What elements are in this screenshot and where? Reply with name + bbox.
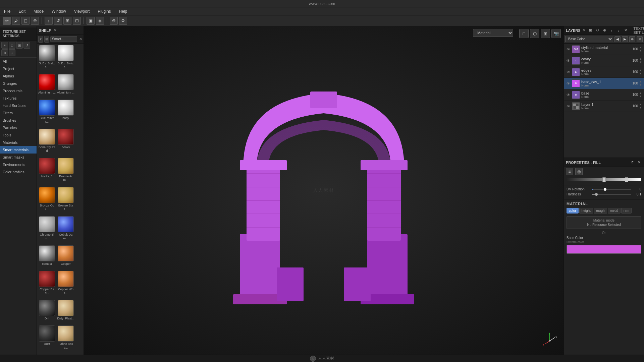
- shelf-item-19[interactable]: Dirty_Plast...: [57, 300, 74, 324]
- layers-icon-1[interactable]: ⊞: [588, 27, 594, 34]
- nav-brushes[interactable]: Brushes: [0, 117, 37, 124]
- layer-arrow-down-base-cav[interactable]: ▼: [639, 83, 642, 86]
- nav-environments[interactable]: Environments: [0, 161, 37, 168]
- shelf-item-12[interactable]: Chrome Blu...: [38, 216, 56, 244]
- shelf-item-10[interactable]: Bronze Cor...: [38, 187, 56, 215]
- shelf-item-9[interactable]: Bronze Arm...: [57, 158, 74, 186]
- nav-procedurals[interactable]: Procedurals: [0, 87, 37, 95]
- shelf-filter-icon[interactable]: ▾: [38, 36, 43, 43]
- gradient-thumb[interactable]: [602, 177, 606, 182]
- layer-eye-base[interactable]: 👁: [566, 93, 571, 97]
- shelf-item-13[interactable]: Cobalt Dam...: [57, 216, 74, 244]
- mat-tab-height[interactable]: height: [579, 208, 593, 214]
- layer-arrow-up-layer1[interactable]: ▲: [639, 103, 642, 106]
- tss-icon-6[interactable]: ↓: [9, 49, 15, 56]
- shelf-item-20[interactable]: Dust: [38, 325, 56, 353]
- nav-smart-masks[interactable]: Smart masks: [0, 154, 37, 161]
- gradient-slider[interactable]: [567, 178, 641, 181]
- tool-scale[interactable]: ⊞: [63, 17, 71, 25]
- nav-project[interactable]: Project: [0, 65, 37, 72]
- tool-settings[interactable]: ⚙: [119, 17, 127, 25]
- tool-fill[interactable]: ▣: [87, 17, 95, 25]
- tool-rotate[interactable]: ↺: [54, 17, 62, 25]
- shelf-item-2[interactable]: Aluminium ...: [38, 74, 56, 98]
- layer-item-edges[interactable]: 👁 E edges Norm 100 ▲ ▼: [564, 66, 644, 78]
- prop-btn-layers[interactable]: ≡: [566, 168, 573, 175]
- layer-arrow-up-cavity[interactable]: ▲: [639, 57, 642, 60]
- layer-eye-stylized[interactable]: 👁: [566, 47, 571, 52]
- channel-select-input[interactable]: Base Color: [565, 36, 613, 42]
- layer-arrow-down-layer1[interactable]: ▼: [639, 106, 642, 109]
- shelf-item-21[interactable]: Fabric Base...: [57, 325, 74, 353]
- nav-filters[interactable]: Filters: [0, 109, 37, 117]
- tss-icon-1[interactable]: ≡: [1, 42, 8, 49]
- tool-stencil[interactable]: ⊕: [110, 17, 118, 25]
- layer-item-base-cav[interactable]: 👁 B base_cav_1 Norm 100 ▲ ▼: [564, 78, 644, 89]
- shelf-item-7[interactable]: books: [57, 129, 74, 157]
- vp-split-btn[interactable]: ⊞: [541, 29, 550, 38]
- prop-icon-restore[interactable]: ↺: [629, 160, 635, 166]
- nav-materials[interactable]: Materials: [0, 139, 37, 146]
- gradient-thumb-2[interactable]: [625, 177, 628, 182]
- texture-set-list-title[interactable]: TEXTURE SET LIST: [634, 26, 644, 35]
- tool-crop[interactable]: ⊡: [73, 17, 81, 25]
- layers-icon-6[interactable]: ✕: [623, 27, 629, 34]
- layer-arrow-up-base[interactable]: ▲: [639, 92, 642, 95]
- shelf-item-6[interactable]: Bone Stylized: [38, 129, 56, 157]
- layers-icon-2[interactable]: ↺: [595, 27, 601, 34]
- tool-paint[interactable]: 🖌: [12, 17, 20, 25]
- layer-arrow-up-edges[interactable]: ▲: [639, 69, 642, 72]
- material-select-input[interactable]: Material: [473, 29, 513, 37]
- layer-item-layer1[interactable]: 👁 Layer 1 Norm 100 ▲ ▼: [564, 101, 644, 112]
- layer-arrow-down-stylized[interactable]: ▼: [639, 49, 642, 52]
- layer-arrow-down-base[interactable]: ▼: [639, 95, 642, 98]
- layers-close-icon[interactable]: ✕: [583, 28, 586, 33]
- channel-btn-3[interactable]: ⊕: [629, 36, 635, 42]
- shelf-item-14[interactable]: contest: [38, 245, 56, 269]
- nav-textures[interactable]: Textures: [0, 95, 37, 102]
- shelf-item-0[interactable]: 3dEx_Stylize...: [38, 45, 56, 73]
- prop-icon-close[interactable]: ✕: [636, 160, 642, 166]
- tss-icon-4[interactable]: ↺: [23, 42, 30, 49]
- shelf-item-1[interactable]: 3dEx_Stylize...: [57, 45, 74, 73]
- tss-icon-2[interactable]: □: [9, 42, 15, 49]
- mat-tab-rough[interactable]: rough: [594, 208, 607, 214]
- channel-btn-1[interactable]: ◀: [614, 36, 621, 42]
- layers-icon-5[interactable]: ↓: [616, 27, 622, 34]
- hardness-slider[interactable]: [592, 194, 631, 195]
- tss-icon-3[interactable]: ⊞: [16, 42, 23, 49]
- layer-arrow-up-base-cav[interactable]: ▲: [639, 80, 642, 83]
- layer-item-base[interactable]: 👁 B base Norm 100 ▲ ▼: [564, 89, 644, 101]
- shelf-view-icon[interactable]: ⊞: [44, 36, 49, 43]
- menu-help[interactable]: Help: [118, 8, 129, 14]
- shelf-item-18[interactable]: Dirt: [38, 300, 56, 324]
- vp-3d-btn[interactable]: ⬡: [530, 29, 539, 38]
- menu-file[interactable]: File: [3, 8, 12, 14]
- mat-tab-color[interactable]: color: [567, 208, 579, 214]
- menu-viewport[interactable]: Viewport: [73, 8, 91, 14]
- shelf-search-clear[interactable]: ✕: [79, 37, 82, 41]
- layers-icon-3[interactable]: ⊕: [602, 27, 608, 34]
- shelf-search-input[interactable]: [50, 36, 77, 42]
- mat-tab-nrm[interactable]: nrm: [621, 208, 632, 214]
- menu-plugins[interactable]: Plugins: [96, 8, 112, 14]
- layer-eye-layer1[interactable]: 👁: [566, 104, 571, 109]
- mat-tab-metal[interactable]: metal: [608, 208, 621, 214]
- nav-grunges[interactable]: Grunges: [0, 80, 37, 87]
- layer-eye-edges[interactable]: 👁: [566, 70, 571, 74]
- menu-mode[interactable]: Mode: [32, 8, 45, 14]
- shelf-item-3[interactable]: Aluminium ...: [57, 74, 74, 98]
- nav-hard-surfaces[interactable]: Hard Surfaces: [0, 102, 37, 109]
- layer-arrow-up-stylized[interactable]: ▲: [639, 46, 642, 49]
- nav-alphas[interactable]: Alphas: [0, 72, 37, 80]
- shelf-close-btn[interactable]: ✕: [54, 28, 57, 33]
- nav-smart-materials[interactable]: Smart materials: [0, 146, 37, 154]
- menu-edit[interactable]: Edit: [17, 8, 27, 14]
- base-color-swatch[interactable]: [567, 245, 641, 254]
- tool-eraser[interactable]: ◻: [21, 17, 30, 25]
- shelf-item-5[interactable]: body: [57, 100, 74, 127]
- vp-camera-btn[interactable]: 📷: [551, 29, 561, 38]
- prop-btn-texture[interactable]: ◎: [575, 168, 583, 175]
- tool-brush[interactable]: ✏: [3, 17, 11, 25]
- layers-icon-4[interactable]: ↑: [609, 27, 615, 34]
